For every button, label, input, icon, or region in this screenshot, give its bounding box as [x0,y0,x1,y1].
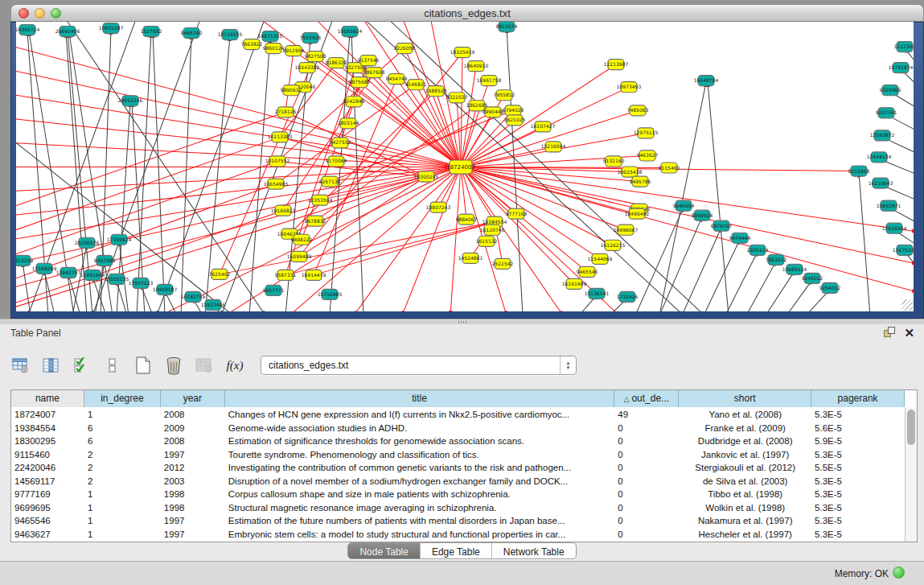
graph-node[interactable]: 29053346 [118,96,143,106]
vertical-scrollbar[interactable] [905,408,917,542]
graph-node[interactable]: 9890612 [281,85,302,96]
table-cell[interactable]: Changes of HCN gene expression and I(f) … [225,408,615,422]
table-cell[interactable]: 6 [84,422,161,435]
table-cell[interactable]: 5.3E-5 [811,514,905,528]
table-cell[interactable]: Genome-wide association studies in ADHD. [225,422,615,435]
graph-node[interactable]: 14524861 [458,253,483,263]
unselect-rows-button[interactable] [100,352,125,378]
graph-node[interactable]: 15136141 [585,288,610,299]
graph-node[interactable]: 18807243 [426,202,451,212]
graph-node[interactable]: 8322037 [446,93,468,103]
new-column-button[interactable] [130,352,156,378]
graph-node[interactable]: 9254012 [819,282,841,293]
graph-node[interactable]: 17957223 [129,278,154,288]
graph-node[interactable]: 2718126 [275,107,297,117]
graph-node[interactable]: 17016504 [882,223,907,233]
graph-node[interactable]: 1621025 [504,115,526,126]
table-cell[interactable]: 0 [614,422,679,435]
graph-node[interactable]: 8813074 [496,22,518,32]
graph-node[interactable]: 12923446 [201,299,226,310]
table-cell[interactable]: 0 [614,514,679,528]
graph-node[interactable]: 13505135 [105,274,129,284]
table-cell[interactable]: Stergiakouli et al. (2012) [679,461,811,475]
table-cell[interactable]: de Silva et al. (2003) [679,475,811,488]
network-canvas[interactable]: 2405572420691406106552871527602846616010… [16,22,914,311]
graph-node[interactable]: 9242848 [343,97,365,107]
table-cell[interactable]: 9115460 [11,448,84,462]
graph-node[interactable]: 7663822 [241,39,263,50]
graph-node[interactable]: 8958924 [692,210,713,220]
table-cell[interactable]: 9463627 [11,528,84,542]
table-cell[interactable]: 2 [84,475,161,488]
table-cell[interactable]: 2 [84,461,161,475]
table-cell[interactable]: Tibbo et al. (1998) [679,488,811,501]
graph-node[interactable]: 10655287 [99,23,124,34]
graph-node[interactable]: 8267130 [319,176,341,187]
table-cell[interactable]: 0 [614,435,679,448]
column-header-in_degree[interactable]: in_degree [84,390,161,407]
graph-node[interactable]: 9495786 [630,176,651,187]
table-cell[interactable]: 0 [614,488,679,501]
graph-node[interactable]: 10025438 [618,167,643,177]
table-cell[interactable]: Dudbridge et al. (2008) [679,435,811,448]
graph-node[interactable]: 8990448 [483,107,504,117]
graph-node[interactable]: 2226058 [394,43,416,54]
table-row[interactable]: 977716911998Corpus callosum shape and si… [11,488,905,501]
graph-node[interactable]: 2522542 [492,258,514,269]
graph-node[interactable]: 2935114 [747,245,769,255]
graph-node[interactable]: 9170064 [326,156,347,167]
table-cell[interactable]: Tourette syndrome. Phenomenology and cla… [225,448,615,462]
memory-status-icon[interactable] [893,566,905,579]
graph-node[interactable]: 20206576 [75,237,100,248]
graph-node[interactable]: 15751874 [889,63,914,73]
table-cell[interactable]: 0 [614,461,679,475]
table-cell[interactable]: 2003 [161,475,225,488]
table-cell[interactable]: 1 [84,408,161,422]
column-header-short[interactable]: short [679,390,811,407]
table-cell[interactable]: 2012 [161,461,225,475]
graph-node[interactable]: 1733426 [617,291,639,302]
graph-node[interactable]: 7485063 [627,105,649,116]
graph-node[interactable]: 12353594 [308,195,333,205]
table-cell[interactable]: Embryonic stem cells: a model to study s… [225,528,615,542]
table-cell[interactable]: 0 [614,448,679,462]
table-cell[interactable]: 6 [84,435,161,448]
table-cell[interactable]: Estimation of significance thresholds fo… [225,435,615,448]
graph-node[interactable]: 16120746 [480,225,505,235]
graph-node[interactable]: 9137546 [358,56,380,66]
table-row[interactable]: 911546021997Tourette syndrome. Phenomeno… [11,448,905,462]
table-row[interactable]: 1872400712008Changes of HCN gene express… [11,408,905,422]
graph-node[interactable]: 10719155 [218,30,243,40]
table-cell[interactable]: 0 [614,528,679,542]
graph-node[interactable]: 8186328 [326,58,347,68]
table-cell[interactable]: 19384554 [11,422,84,435]
table-cell[interactable]: 9777169 [11,488,84,501]
table-cell[interactable]: 22420046 [11,461,84,475]
graph-node[interactable]: 12213987 [604,60,629,70]
table-cell[interactable]: Nakamura et al. (1997) [679,514,811,528]
graph-node[interactable]: 16782759 [181,291,206,302]
graph-node[interactable]: 11675334 [893,245,914,255]
graph-node[interactable]: 11544069 [588,253,613,264]
graph-node[interactable]: 10565824 [338,27,363,37]
graph-node[interactable]: 7515526 [300,33,322,43]
table-cell[interactable]: 5.3E-5 [811,448,905,462]
graph-node[interactable]: 9115460 [659,163,680,173]
table-row[interactable]: 969969511998Structural magnetic resonanc… [11,501,905,515]
select-all-button[interactable] [69,352,95,378]
tab-edge-table[interactable]: Edge Table [421,543,492,559]
table-cell[interactable]: 5.3E-5 [811,528,905,542]
graph-node[interactable]: 16161999 [562,278,587,289]
graph-node[interactable]: 12975115 [634,128,659,138]
table-cell[interactable]: Hescheler et al. (1997) [679,528,811,542]
graph-node[interactable]: 13942757 [56,267,81,278]
table-cell[interactable]: Investigating the contribution of common… [225,461,615,475]
graph-node[interactable]: 6794028 [503,105,524,116]
table-row[interactable]: 1456911722003Disruption of a novel membe… [11,475,905,488]
graph-node[interactable]: 9227341 [876,108,897,118]
table-cell[interactable]: 2 [84,448,161,462]
graph-node[interactable]: 2803144 [338,118,359,129]
table-cell[interactable]: Franke et al. (2009) [679,422,811,435]
graph-node[interactable]: 9245012 [802,273,823,283]
graph-node[interactable]: 9474444 [729,233,751,243]
